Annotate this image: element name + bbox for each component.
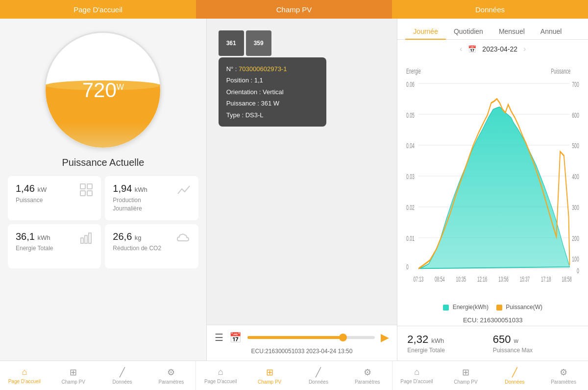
slider-fill bbox=[247, 336, 343, 339]
grid-icon bbox=[79, 183, 93, 200]
svg-text:Energie: Energie bbox=[406, 67, 421, 76]
tab-mensuel[interactable]: Mensuel bbox=[491, 24, 533, 39]
trend-icon bbox=[177, 183, 191, 200]
stat-puissance-value: 1,46 kW bbox=[16, 183, 47, 194]
ecu-label: ECU:216300051033 2023-04-24 13:50 bbox=[215, 348, 390, 355]
bottom-nav-params-label-1: Paramètres bbox=[159, 379, 184, 385]
date-nav: ‹ 📅 2023-04-22 › bbox=[397, 40, 588, 58]
chart-icon-1: ╱ bbox=[120, 367, 125, 378]
bottom-nav-donnees-3[interactable]: ╱ Données bbox=[490, 361, 539, 390]
svg-text:200: 200 bbox=[572, 234, 580, 243]
bottom-nav-section-1: ⌂ Page D'accueil ⊞ Champ PV ╱ Données ⚙ … bbox=[0, 361, 196, 390]
home-icon-1: ⌂ bbox=[22, 367, 27, 377]
chart-legend: Energie(kWh) Puissance(W) bbox=[397, 302, 588, 314]
solar-panel-2[interactable]: 359 bbox=[246, 30, 271, 56]
power-gauge: 720W bbox=[44, 31, 162, 149]
home-icon-2: ⌂ bbox=[218, 367, 223, 377]
date-next-arrow[interactable]: › bbox=[523, 45, 526, 53]
chart-area: Energie 0.06 0.05 0.04 0.03 0.02 0.01 0 … bbox=[397, 58, 588, 302]
svg-text:15:37: 15:37 bbox=[520, 276, 530, 283]
bottom-nav-home-2[interactable]: ⌂ Page D'accueil bbox=[196, 361, 245, 390]
right-stat-puissance-value: 650 w bbox=[493, 333, 578, 346]
gear-icon-1: ⚙ bbox=[167, 367, 175, 378]
legend-energie: Energie(kWh) bbox=[443, 304, 489, 311]
grid-icon-2: ⊞ bbox=[266, 367, 273, 378]
nav-home[interactable]: Page D'accueil bbox=[0, 0, 196, 19]
svg-text:700: 700 bbox=[572, 80, 580, 88]
calendar-icon[interactable]: 📅 bbox=[229, 332, 242, 343]
tooltip-puissance: Puissance : 361 W bbox=[226, 98, 318, 109]
bottom-nav-champ-2[interactable]: ⊞ Champ PV bbox=[245, 361, 294, 390]
bottom-nav-donnees-label-3: Données bbox=[505, 379, 524, 385]
bottom-nav-champ-3[interactable]: ⊞ Champ PV bbox=[441, 361, 490, 390]
svg-rect-1 bbox=[87, 184, 92, 189]
bottom-nav-home-1[interactable]: ⌂ Page D'accueil bbox=[0, 361, 49, 390]
svg-text:0.05: 0.05 bbox=[406, 111, 415, 119]
svg-text:13:56: 13:56 bbox=[499, 276, 509, 283]
svg-text:0.02: 0.02 bbox=[406, 204, 415, 212]
tooltip-type: Type : DS3-L bbox=[226, 109, 318, 121]
svg-text:300: 300 bbox=[572, 204, 580, 212]
playback-controls: ☰ 📅 ▶ bbox=[215, 331, 390, 344]
chart-icon-3: ╱ bbox=[512, 367, 517, 378]
bottom-nav-champ-1[interactable]: ⊞ Champ PV bbox=[49, 361, 98, 390]
tooltip-position: Position : 1,1 bbox=[226, 75, 318, 86]
slider-thumb bbox=[339, 334, 347, 341]
bottom-nav-section-3: ⌂ Page D'accueil ⊞ Champ PV ╱ Données ⚙ … bbox=[392, 361, 588, 390]
bottom-nav-params-2[interactable]: ⚙ Paramètres bbox=[343, 361, 392, 390]
bar-icon bbox=[79, 231, 93, 248]
svg-text:12:16: 12:16 bbox=[477, 276, 487, 283]
right-stat-energie: 2,32 kWh Energie Totale bbox=[407, 333, 492, 354]
svg-text:0.04: 0.04 bbox=[406, 142, 415, 150]
calendar-small-icon: 📅 bbox=[468, 45, 476, 53]
svg-text:08:54: 08:54 bbox=[435, 276, 445, 283]
play-button[interactable]: ▶ bbox=[381, 331, 389, 344]
nav-donnees[interactable]: Données bbox=[392, 0, 588, 19]
bottom-nav-params-label-3: Paramètres bbox=[551, 379, 576, 385]
bottom-nav-params-3[interactable]: ⚙ Paramètres bbox=[539, 361, 588, 390]
svg-rect-5 bbox=[85, 235, 87, 243]
tab-quotidien[interactable]: Quotidien bbox=[446, 24, 491, 39]
chart-icon-2: ╱ bbox=[316, 367, 321, 378]
bottom-nav-champ-label-3: Champ PV bbox=[454, 379, 477, 385]
list-icon[interactable]: ☰ bbox=[215, 332, 223, 343]
right-stat-puissance-label: Puissance Max bbox=[493, 347, 578, 354]
solar-panel-1[interactable]: 361 bbox=[219, 30, 244, 56]
right-stat-puissance: 650 w Puissance Max bbox=[493, 333, 578, 354]
bottom-nav: ⌂ Page D'accueil ⊞ Champ PV ╱ Données ⚙ … bbox=[0, 361, 588, 390]
stat-energie-value: 36,1 kWh bbox=[16, 231, 53, 242]
right-stat-energie-value: 2,32 kWh bbox=[407, 333, 492, 346]
stat-co2-desc: Réduction de CO2 bbox=[113, 244, 161, 253]
ecu-id: ECU: 216300051033 bbox=[397, 314, 588, 326]
bottom-nav-donnees-1[interactable]: ╱ Données bbox=[98, 361, 147, 390]
svg-text:0.01: 0.01 bbox=[406, 234, 415, 243]
data-tabs: Journée Quotidien Mensuel Annuel bbox=[397, 19, 588, 40]
svg-rect-3 bbox=[87, 191, 92, 196]
right-stat-energie-label: Energie Totale bbox=[407, 347, 492, 354]
gear-icon-3: ⚙ bbox=[560, 367, 567, 378]
bottom-nav-donnees-2[interactable]: ╱ Données bbox=[294, 361, 343, 390]
legend-energie-dot bbox=[443, 305, 449, 311]
bottom-nav-champ-label-1: Champ PV bbox=[62, 379, 85, 385]
bottom-nav-params-1[interactable]: ⚙ Paramètres bbox=[147, 361, 196, 390]
svg-text:0.03: 0.03 bbox=[406, 173, 415, 181]
bottom-nav-home-3[interactable]: ⌂ Page D'accueil bbox=[392, 361, 441, 390]
bottom-nav-home-label-2: Page D'accueil bbox=[204, 379, 237, 384]
tab-annuel[interactable]: Annuel bbox=[533, 24, 570, 39]
solar-grid: 361 N° : 703000602973-1 Position : 1,1 O… bbox=[207, 19, 397, 325]
stat-puissance: 1,46 kW Puissance bbox=[8, 176, 101, 220]
stat-production-desc: ProductionJournalière bbox=[113, 196, 147, 213]
nav-champ-pv[interactable]: Champ PV bbox=[196, 0, 392, 19]
date-prev-arrow[interactable]: ‹ bbox=[460, 45, 462, 53]
timeline-slider[interactable] bbox=[247, 336, 375, 339]
stat-puissance-desc: Puissance bbox=[16, 196, 47, 205]
mid-bottom: ☰ 📅 ▶ ECU:216300051033 2023-04-24 13:50 bbox=[207, 325, 397, 361]
top-nav: Page D'accueil Champ PV Données bbox=[0, 0, 588, 19]
tooltip-orientation: Orientation : Vertical bbox=[226, 86, 318, 98]
bottom-nav-champ-label-2: Champ PV bbox=[258, 379, 281, 385]
legend-puissance-dot bbox=[496, 305, 502, 311]
tab-journee[interactable]: Journée bbox=[405, 24, 446, 39]
svg-text:0.06: 0.06 bbox=[406, 80, 415, 88]
svg-text:400: 400 bbox=[572, 173, 580, 181]
svg-text:600: 600 bbox=[572, 111, 580, 119]
